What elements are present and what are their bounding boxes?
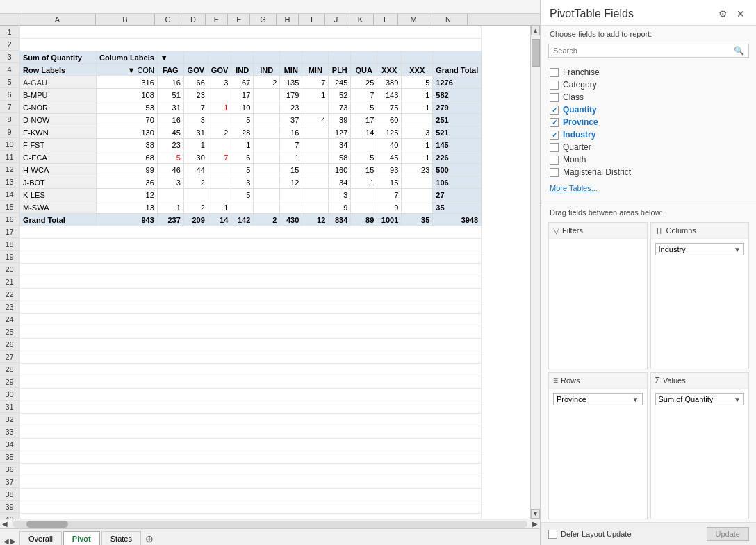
scroll-up-button[interactable]: ▲ [531,26,540,35]
panel-header: PivotTable Fields ⚙ ✕ [541,0,756,26]
col-header-i: I [299,14,325,25]
filters-area-header: ▽ Filters [549,223,647,239]
field-checkbox-month[interactable] [550,156,559,165]
field-label-province: Province [563,117,598,127]
field-label-category: Category [563,80,597,90]
defer-checkbox[interactable] [548,530,557,539]
table-row: H-WCA 994644515160159323500 [20,164,482,176]
more-tables-link[interactable]: More Tables... [541,181,756,198]
cell-r4-dropdown[interactable]: ▼ CON [97,64,158,76]
field-item-month: Month [550,153,748,166]
panel-subtitle: Choose fields to add to report: [541,26,756,41]
tab-overall[interactable]: Overall [19,531,62,545]
filter-icon: ▽ [553,226,559,235]
field-item-franchise: Franchise [550,66,748,78]
values-icon: Σ [655,376,660,385]
tab-scroll-left[interactable]: ◀ [3,537,9,545]
field-checkbox-franchise[interactable] [550,68,559,77]
scroll-track[interactable] [531,35,540,509]
rows-area-content: Province ▼ [549,389,647,519]
defer-label: Defer Layout Update [561,530,632,538]
columns-dropdown-label: Industry [659,245,734,253]
columns-dropdown[interactable]: Industry ▼ [655,243,745,255]
rows-dropdown-label: Province [557,395,632,403]
update-button[interactable]: Update [707,527,749,541]
rows-dropdown[interactable]: Province ▼ [553,393,643,405]
values-area-title: Values [663,376,686,385]
field-checkbox-category[interactable] [550,81,559,90]
col-header-g: G [250,14,277,25]
settings-icon[interactable]: ⚙ [716,7,730,21]
field-checkbox-quantity[interactable] [550,106,559,115]
grand-total-row: Grand Total 943 237 209 14 142 2 430 12 … [20,214,482,226]
h-scroll-thumb[interactable] [26,521,68,528]
table-row: B-MPU 10851231717915271431582 [20,89,482,101]
rows-area-header: ≡ Rows [549,373,647,389]
field-label-quantity: Quantity [563,105,597,115]
horizontal-scrollbar[interactable]: ◀ ▶ [0,519,540,528]
col-header-m: M [398,14,429,25]
add-sheet-button[interactable]: ⊕ [142,533,156,545]
search-input[interactable] [553,47,734,55]
panel-footer: Defer Layout Update Update [541,522,756,545]
fields-list: Franchise Category Class Quantity Provin… [541,63,756,181]
col-header-j: J [325,14,347,25]
spreadsheet-cells[interactable]: Sum of Quantity Column Labels ▼ [19,26,530,519]
filters-area-title: Filters [562,226,583,235]
field-label-month: Month [563,155,586,165]
row-numbers: 1 2 3 4 5 6 7 8 9 10 11 12 13 14 15 16 1 [0,26,19,519]
cell-r3-collabels: Column Labels [97,51,158,64]
col-header-d: D [181,14,206,25]
field-checkbox-magisterial[interactable] [550,168,559,177]
values-area-content: Sum of Quantity ▼ [651,389,749,519]
field-item-industry: Industry [550,128,748,141]
table-row: E-KWN 130453122816127141253521 [20,126,482,139]
field-checkbox-industry[interactable] [550,131,559,140]
table-row: C-NOR 5331711023735751279 [20,101,482,114]
field-checkbox-quarter[interactable] [550,143,559,152]
field-checkbox-class[interactable] [550,93,559,102]
table-row: F-FST 382311734401145 [20,139,482,151]
field-item-class: Class [550,91,748,103]
col-header-n: N [429,14,468,25]
vertical-scrollbar[interactable]: ▲ ▼ [530,26,540,519]
areas-grid: ▽ Filters ⫼ Columns Industry ▼ [541,219,756,522]
scroll-left-button[interactable]: ◀ [0,520,10,528]
col-header-a: A [19,14,96,25]
tab-scroll-right[interactable]: ▶ [10,537,16,545]
h-scroll-track[interactable] [13,521,527,528]
filters-area-content [549,239,647,369]
rows-dropdown-arrow: ▼ [632,396,639,403]
scroll-down-button[interactable]: ▼ [531,509,540,519]
field-checkbox-province[interactable] [550,118,559,127]
field-item-province: Province [550,116,748,128]
col-header-f: F [228,14,250,25]
col-header-c: C [155,14,181,25]
scroll-thumb[interactable] [532,39,540,67]
pivot-fields-panel: PivotTable Fields ⚙ ✕ Choose fields to a… [541,0,756,545]
drag-label: Drag fields between areas below: [541,204,756,219]
scroll-right-button[interactable]: ▶ [530,520,540,528]
close-icon[interactable]: ✕ [734,7,748,21]
field-label-magisterial: Magisterial District [563,167,631,177]
values-dropdown-arrow: ▼ [734,396,741,403]
table-row: A-GAU 3161666367213572452538951276 [20,76,482,89]
tab-bar: ◀ ▶ Overall Pivot States ⊕ [0,528,540,545]
table-row: G-ECA 68530761585451226 [20,151,482,164]
search-box[interactable]: 🔍 [548,44,749,58]
tab-states[interactable]: States [101,531,141,545]
defer-layout-update[interactable]: Defer Layout Update [548,530,632,539]
table-row: D-NOW 701635374391760251 [20,114,482,126]
columns-area: ⫼ Columns Industry ▼ [650,222,750,369]
values-area: Σ Values Sum of Quantity ▼ [650,372,750,519]
tab-pivot[interactable]: Pivot [63,531,100,545]
field-item-category: Category [550,78,748,91]
filters-area: ▽ Filters [548,222,648,369]
values-dropdown[interactable]: Sum of Quantity ▼ [655,393,745,405]
cell-r3-dropdown[interactable]: ▼ [157,51,183,64]
tab-scroll-arrows: ◀ ▶ [0,537,19,545]
search-icon: 🔍 [734,46,744,56]
field-label-industry: Industry [563,130,595,140]
field-item-quantity: Quantity [550,103,748,116]
columns-area-header: ⫼ Columns [651,223,749,239]
